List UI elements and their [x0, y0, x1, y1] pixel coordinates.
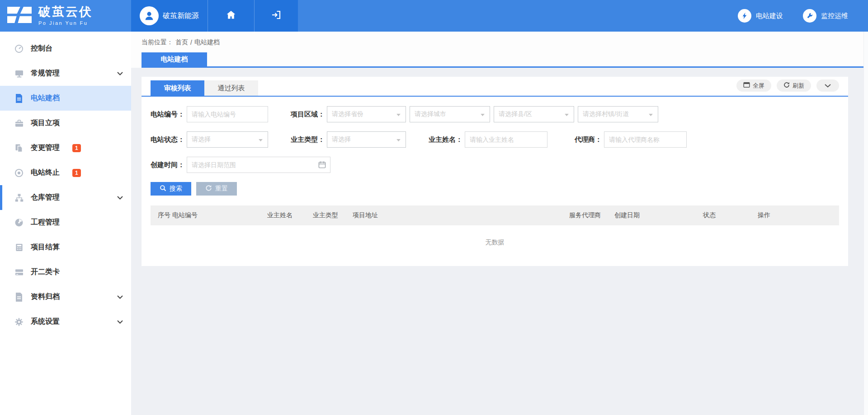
sidebar-item-project-initiation[interactable]: 项目立项	[0, 111, 131, 135]
sidebar-item-warehouse-mgmt[interactable]: 仓库管理	[0, 185, 131, 210]
notification-badge: 1	[72, 144, 81, 152]
caret-down-icon	[564, 111, 569, 118]
gauge-icon	[14, 218, 24, 228]
breadcrumb-home[interactable]: 首页	[175, 38, 188, 47]
dashboard-icon	[14, 44, 24, 54]
sidebar-item-engineering-mgmt[interactable]: 工程管理	[0, 210, 131, 235]
brand-logo[interactable]: 破茧云伏 Po Jian Yun Fu	[0, 0, 131, 32]
home-button[interactable]	[208, 0, 254, 32]
collapse-button[interactable]	[816, 79, 839, 92]
data-table: 序号 电站编号 业主姓名 业主类型 项目地址 服务代理商 创建日期 状态 操作 …	[151, 205, 839, 259]
user-menu[interactable]: 破茧新能源	[131, 0, 208, 32]
lightning-icon	[738, 9, 751, 23]
sidebar-item-general-mgmt[interactable]: 常规管理	[0, 61, 131, 86]
wrench-icon	[803, 9, 816, 23]
filter-station-status: 电站状态： 请选择	[151, 131, 268, 148]
card-icon	[14, 267, 24, 277]
refresh-button[interactable]: 刷新	[777, 79, 811, 92]
reset-icon	[205, 185, 212, 193]
sidebar-item-station-archive[interactable]: 电站建档	[0, 86, 131, 111]
breadcrumb: 当前位置： 首页 / 电站建档	[142, 38, 868, 47]
caret-down-icon	[480, 111, 485, 118]
chevron-down-icon	[117, 196, 123, 200]
caret-down-icon	[648, 111, 653, 118]
column-header: 业主姓名	[267, 211, 313, 219]
calculator-icon	[14, 242, 24, 252]
chevron-down-icon	[825, 82, 831, 89]
column-header: 状态	[703, 211, 758, 219]
header-spacer	[298, 0, 738, 32]
avatar	[140, 6, 159, 25]
briefcase-icon	[14, 118, 24, 128]
notification-badge: 1	[72, 169, 81, 177]
page-tab[interactable]: 电站建档	[142, 52, 207, 66]
sidebar-item-project-settlement[interactable]: 项目结算	[0, 235, 131, 260]
scrollbar[interactable]	[863, 32, 868, 415]
copy-icon	[14, 143, 24, 153]
sidebar-item-data-archive[interactable]: 资料归档	[0, 284, 131, 309]
nav-station-build[interactable]: 电站建设	[738, 0, 783, 32]
region-label: 项目区域：	[291, 110, 325, 119]
town-select[interactable]: 请选择村镇/街道	[578, 106, 658, 122]
sidebar: 控制台 常规管理 电站建档	[0, 32, 131, 415]
company-name: 破茧新能源	[163, 11, 199, 21]
station-status-label: 电站状态：	[151, 135, 184, 144]
column-header: 服务代理商	[569, 211, 614, 219]
column-header: 电站编号	[172, 211, 267, 219]
logout-button[interactable]	[254, 0, 298, 32]
sidebar-item-console[interactable]: 控制台	[0, 36, 131, 61]
owner-name-input[interactable]	[465, 131, 547, 148]
logout-icon	[271, 9, 282, 22]
agent-label: 代理商：	[570, 135, 602, 144]
panel-tabs: 审核列表 通过列表 全屏	[142, 77, 848, 97]
table-header-row: 序号 电站编号 业主姓名 业主类型 项目地址 服务代理商 创建日期 状态 操作	[151, 205, 839, 225]
sidebar-item-system-settings[interactable]: 系统设置	[0, 309, 131, 334]
owner-type-label: 业主类型：	[291, 135, 325, 144]
main-content: 当前位置： 首页 / 电站建档 电站建档 审核列表 通过列表 全屏	[131, 32, 868, 415]
filter-create-time: 创建时间：	[151, 157, 330, 173]
brand-title: 破茧云伏	[38, 6, 93, 18]
station-code-input[interactable]	[187, 106, 268, 122]
breadcrumb-current: 电站建档	[194, 38, 220, 47]
filter-agent: 代理商：	[570, 131, 687, 148]
filter-owner-type: 业主类型： 请选择	[291, 131, 406, 148]
date-range-input[interactable]	[187, 157, 330, 173]
nav-monitor-ops-label: 监控运维	[821, 12, 848, 20]
filter-form: 电站编号： 项目区域： 请选择省份 请选择城市	[142, 97, 848, 196]
tab-review-list[interactable]: 审核列表	[151, 80, 204, 96]
nav-monitor-ops[interactable]: 监控运维	[803, 0, 848, 32]
owner-type-select[interactable]: 请选择	[327, 131, 406, 148]
tab-passed-list[interactable]: 通过列表	[204, 80, 258, 96]
city-select[interactable]: 请选择城市	[410, 106, 490, 122]
column-header: 序号	[158, 211, 172, 219]
search-icon	[160, 185, 166, 193]
home-icon	[226, 9, 236, 22]
search-button[interactable]: 搜索	[151, 182, 191, 196]
active-indicator	[0, 185, 2, 210]
panel-toolbar: 全屏 刷新	[736, 79, 839, 92]
filter-region: 项目区域： 请选择省份 请选择城市 请选择县/区	[291, 106, 658, 122]
chevron-down-icon	[117, 295, 123, 299]
tab-underline	[142, 66, 868, 68]
create-time-label: 创建时间：	[151, 161, 184, 169]
county-select[interactable]: 请选择县/区	[494, 106, 574, 122]
reset-button[interactable]: 重置	[196, 182, 237, 196]
sitemap-icon	[14, 193, 24, 203]
province-select[interactable]: 请选择省份	[327, 106, 406, 122]
breadcrumb-separator: /	[190, 39, 192, 46]
column-header: 业主类型	[313, 211, 353, 219]
brand-subtitle: Po Jian Yun Fu	[38, 20, 93, 26]
calendar-icon[interactable]	[318, 161, 326, 170]
chevron-down-icon	[117, 72, 123, 75]
station-status-select[interactable]: 请选择	[187, 131, 268, 148]
empty-state: 无数据	[151, 225, 839, 259]
breadcrumb-prefix: 当前位置：	[142, 38, 173, 47]
agent-input[interactable]	[604, 131, 687, 148]
filter-owner-name: 业主姓名：	[429, 131, 547, 148]
sidebar-item-type2-card[interactable]: 开二类卡	[0, 260, 131, 284]
top-bar: 破茧云伏 Po Jian Yun Fu 破茧新能源	[0, 0, 868, 32]
sidebar-item-change-mgmt[interactable]: 变更管理 1	[0, 135, 131, 160]
fullscreen-button[interactable]: 全屏	[736, 79, 771, 92]
sidebar-item-station-termination[interactable]: 电站终止 1	[0, 160, 131, 185]
panel: 审核列表 通过列表 全屏	[142, 77, 848, 266]
